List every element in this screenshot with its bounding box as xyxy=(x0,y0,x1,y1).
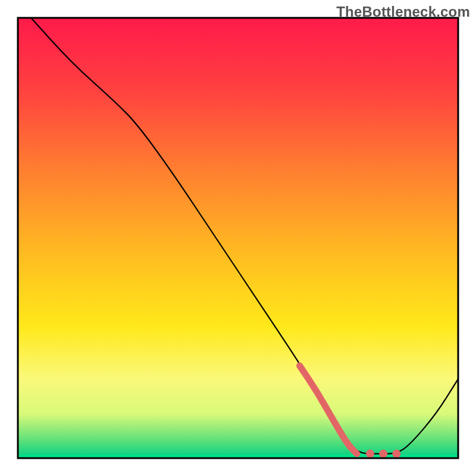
highlight-dot xyxy=(366,450,374,458)
chart-container: TheBottleneck.com xyxy=(0,0,476,476)
highlight-dots xyxy=(366,450,400,458)
highlight-dot xyxy=(379,450,387,458)
watermark-text: TheBottleneck.com xyxy=(336,4,470,20)
bottleneck-chart xyxy=(0,0,476,476)
plot-background xyxy=(18,18,458,458)
highlight-dot xyxy=(392,450,400,458)
